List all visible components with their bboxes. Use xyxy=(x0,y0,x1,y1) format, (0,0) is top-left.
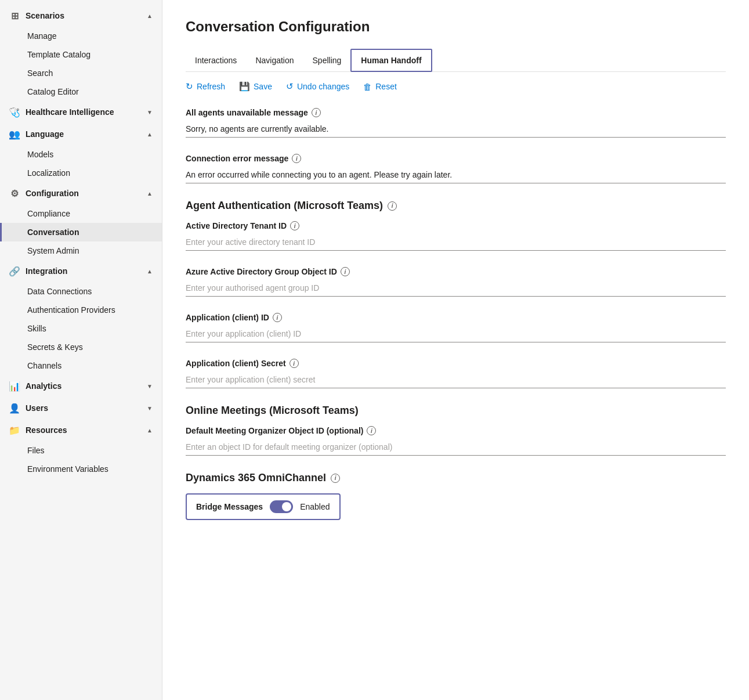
connection-error-info-icon[interactable]: i xyxy=(292,154,301,163)
sidebar-item-environment-variables[interactable]: Environment Variables xyxy=(0,460,162,478)
bridge-messages-status: Enabled xyxy=(300,502,330,511)
sidebar-item-auth-providers[interactable]: Authentication Providers xyxy=(0,301,162,319)
reset-icon: 🗑 xyxy=(363,82,372,92)
sidebar-item-system-admin[interactable]: System Admin xyxy=(0,241,162,260)
undo-label: Undo changes xyxy=(297,82,349,91)
reset-label: Reset xyxy=(375,82,397,91)
agents-unavailable-input[interactable] xyxy=(186,121,726,138)
online-meetings-heading: Online Meetings (Microsoft Teams) xyxy=(186,405,726,417)
client-secret-info-icon[interactable]: i xyxy=(290,359,299,368)
connection-error-input[interactable] xyxy=(186,167,726,183)
bridge-messages-row: Bridge Messages Enabled xyxy=(186,493,341,520)
resources-icon: 📁 xyxy=(9,425,20,435)
sidebar-section-healthcare[interactable]: 🩺 Healthcare Intelligence ▼ xyxy=(0,101,162,123)
sidebar-section-integration[interactable]: 🔗 Integration ▲ xyxy=(0,260,162,282)
tenant-id-input[interactable] xyxy=(186,234,726,251)
sidebar-section-healthcare-label: Healthcare Intelligence xyxy=(26,107,114,117)
client-secret-section: Application (client) Secret i xyxy=(186,359,726,388)
sidebar-item-channels[interactable]: Channels xyxy=(0,356,162,375)
client-id-input[interactable] xyxy=(186,326,726,342)
connection-error-section: Connection error message i xyxy=(186,154,726,183)
tabs-container: Interactions Navigation Spelling Human H… xyxy=(186,49,726,72)
tab-interactions[interactable]: Interactions xyxy=(186,50,246,72)
connection-error-label: Connection error message i xyxy=(186,154,726,163)
chevron-up-icon: ▲ xyxy=(147,13,153,19)
sidebar-integration-items: Data Connections Authentication Provider… xyxy=(0,282,162,375)
sidebar-item-conversation[interactable]: Conversation xyxy=(0,223,162,241)
reset-button[interactable]: 🗑 Reset xyxy=(363,82,397,92)
sidebar-section-language[interactable]: 👥 Language ▲ xyxy=(0,123,162,145)
sidebar-item-localization[interactable]: Localization xyxy=(0,164,162,182)
organizer-id-info-icon[interactable]: i xyxy=(367,426,376,435)
refresh-icon: ↻ xyxy=(186,81,193,92)
sidebar-section-users[interactable]: 👤 Users ▼ xyxy=(0,397,162,419)
sidebar-section-scenarios[interactable]: ⊞ Scenarios ▲ xyxy=(0,5,162,27)
sidebar-section-configuration-label: Configuration xyxy=(26,189,79,198)
agent-auth-info-icon[interactable]: i xyxy=(388,201,397,211)
tab-human-handoff[interactable]: Human Handoff xyxy=(350,49,432,72)
refresh-label: Refresh xyxy=(197,82,225,91)
sidebar-configuration-items: Compliance Conversation System Admin xyxy=(0,204,162,260)
chevron-down-icon-3: ▼ xyxy=(147,405,153,412)
agents-unavailable-info-icon[interactable]: i xyxy=(312,108,321,117)
sidebar-resources-items: Files Environment Variables xyxy=(0,441,162,478)
client-secret-input[interactable] xyxy=(186,371,726,388)
client-id-section: Application (client) ID i xyxy=(186,313,726,342)
client-secret-label: Application (client) Secret i xyxy=(186,359,726,368)
organizer-id-input[interactable] xyxy=(186,439,726,456)
sidebar-item-data-connections[interactable]: Data Connections xyxy=(0,282,162,301)
save-button[interactable]: 💾 Save xyxy=(239,81,272,92)
sidebar-item-template-catalog[interactable]: Template Catalog xyxy=(0,45,162,64)
scenarios-icon: ⊞ xyxy=(9,10,20,21)
toggle-track xyxy=(270,500,293,513)
main-content: Conversation Configuration Interactions … xyxy=(162,0,749,700)
client-id-info-icon[interactable]: i xyxy=(273,313,282,322)
tab-navigation[interactable]: Navigation xyxy=(246,50,303,72)
sidebar-section-analytics[interactable]: 📊 Analytics ▼ xyxy=(0,375,162,397)
bridge-messages-label: Bridge Messages xyxy=(196,502,263,511)
group-object-id-info-icon[interactable]: i xyxy=(341,267,350,276)
chevron-up-icon-4: ▲ xyxy=(147,268,153,275)
sidebar-item-models[interactable]: Models xyxy=(0,145,162,164)
chevron-up-icon-3: ▲ xyxy=(147,190,153,197)
group-object-id-section: Azure Active Directory Group Object ID i xyxy=(186,267,726,297)
sidebar-section-scenarios-label: Scenarios xyxy=(26,11,64,20)
sidebar-item-search[interactable]: Search xyxy=(0,64,162,82)
sidebar-section-users-label: Users xyxy=(26,403,48,413)
sidebar-item-files[interactable]: Files xyxy=(0,441,162,460)
dynamics-info-icon[interactable]: i xyxy=(331,474,340,483)
save-label: Save xyxy=(254,82,272,91)
undo-button[interactable]: ↺ Undo changes xyxy=(286,81,349,92)
tenant-id-label: Active Directory Tenant ID i xyxy=(186,221,726,230)
sidebar-section-configuration[interactable]: ⚙ Configuration ▲ xyxy=(0,182,162,204)
toggle-thumb xyxy=(282,502,291,511)
chevron-down-icon: ▼ xyxy=(147,109,153,116)
tenant-id-section: Active Directory Tenant ID i xyxy=(186,221,726,251)
healthcare-icon: 🩺 xyxy=(9,107,20,117)
bridge-messages-toggle[interactable] xyxy=(270,500,293,513)
configuration-icon: ⚙ xyxy=(9,188,20,199)
page-title: Conversation Configuration xyxy=(186,19,726,35)
users-icon: 👤 xyxy=(9,403,20,413)
tab-spelling[interactable]: Spelling xyxy=(303,50,351,72)
sidebar-section-resources-label: Resources xyxy=(26,425,67,435)
sidebar-section-integration-label: Integration xyxy=(26,266,67,276)
sidebar-language-items: Models Localization xyxy=(0,145,162,182)
chevron-up-icon-2: ▲ xyxy=(147,131,153,138)
refresh-button[interactable]: ↻ Refresh xyxy=(186,81,225,92)
agents-unavailable-section: All agents unavailable message i xyxy=(186,108,726,138)
sidebar-item-catalog-editor[interactable]: Catalog Editor xyxy=(0,82,162,101)
undo-icon: ↺ xyxy=(286,81,294,92)
tenant-id-info-icon[interactable]: i xyxy=(290,221,299,230)
dynamics-heading: Dynamics 365 OmniChannel i xyxy=(186,472,726,484)
group-object-id-input[interactable] xyxy=(186,280,726,297)
sidebar-item-compliance[interactable]: Compliance xyxy=(0,204,162,223)
chevron-up-icon-5: ▲ xyxy=(147,427,153,434)
agents-unavailable-label: All agents unavailable message i xyxy=(186,108,726,117)
client-id-label: Application (client) ID i xyxy=(186,313,726,322)
sidebar-section-resources[interactable]: 📁 Resources ▲ xyxy=(0,419,162,441)
sidebar-item-secrets-keys[interactable]: Secrets & Keys xyxy=(0,338,162,356)
language-icon: 👥 xyxy=(9,129,20,139)
sidebar-item-skills[interactable]: Skills xyxy=(0,319,162,338)
sidebar-item-manage[interactable]: Manage xyxy=(0,27,162,45)
